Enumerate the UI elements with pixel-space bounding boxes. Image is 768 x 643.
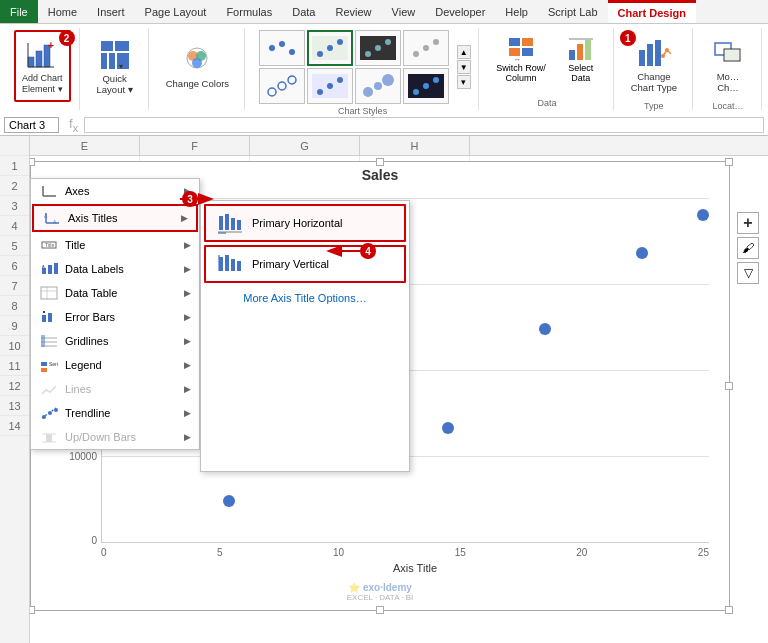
ace-item-axes[interactable]: Axes ▶: [31, 179, 199, 203]
ace-item-title[interactable]: Title Title ▶: [31, 233, 199, 257]
tab-data[interactable]: Data: [282, 0, 325, 23]
switch-row-column-button[interactable]: ↔ Switch Row/Column: [489, 30, 553, 90]
handle-bl[interactable]: [30, 606, 35, 614]
tab-help[interactable]: Help: [495, 0, 538, 23]
change-chart-type-icon: [636, 35, 672, 71]
tab-home[interactable]: Home: [38, 0, 87, 23]
chart-style-1[interactable]: [259, 30, 305, 66]
formula-bar-input[interactable]: [84, 117, 764, 133]
handle-br[interactable]: [725, 606, 733, 614]
move-chart-button[interactable]: Mo…Ch…: [703, 30, 753, 99]
svg-point-89: [54, 408, 58, 412]
ace-dropdown: Axes ▶ AA Axis Titles ▶ Title: [30, 178, 200, 450]
tab-formulas[interactable]: Formulas: [216, 0, 282, 23]
y-tick-0: 0: [91, 535, 97, 546]
svg-point-30: [268, 88, 276, 96]
handle-bm[interactable]: [376, 606, 384, 614]
svg-rect-101: [231, 259, 235, 271]
svg-point-31: [278, 82, 286, 90]
chart-style-2[interactable]: [307, 30, 353, 66]
row-13: 13: [0, 396, 29, 416]
ace-item-data-labels[interactable]: A Data Labels ▶: [31, 257, 199, 281]
handle-tm[interactable]: [376, 158, 384, 166]
add-chart-element-label: Add ChartElement ▾: [22, 73, 63, 95]
svg-point-88: [48, 411, 52, 415]
col-header-e: E: [30, 136, 140, 155]
svg-point-15: [192, 58, 202, 68]
tab-insert[interactable]: Insert: [87, 0, 135, 23]
axis-titles-icon: AA: [42, 210, 62, 226]
chart-styles-scroll-up[interactable]: ▲: [457, 45, 471, 59]
ace-item-trendline[interactable]: Trendline ▶: [31, 401, 199, 425]
tab-script-lab[interactable]: Script Lab: [538, 0, 608, 23]
y-tick-10000: 10000: [69, 451, 97, 462]
chart-style-5[interactable]: [259, 68, 305, 104]
ace-item-error-bars[interactable]: Error Bars ▶: [31, 305, 199, 329]
chart-styles-btn[interactable]: 🖌: [737, 237, 759, 259]
svg-rect-55: [655, 40, 661, 66]
name-box[interactable]: [4, 117, 59, 133]
quick-layout-button[interactable]: ▾ QuickLayout ▾: [90, 30, 140, 102]
chart-style-3[interactable]: [355, 30, 401, 66]
ace-item-data-table[interactable]: Data Table ▶: [31, 281, 199, 305]
tab-chart-design[interactable]: Chart Design: [608, 0, 696, 23]
error-bars-icon: [39, 309, 59, 325]
svg-text:A: A: [44, 213, 48, 219]
data-point-6: [697, 209, 709, 221]
tab-view[interactable]: View: [382, 0, 426, 23]
tab-page-layout[interactable]: Page Layout: [135, 0, 217, 23]
chart-styles-scroll-down[interactable]: ▼: [457, 60, 471, 74]
svg-point-39: [382, 74, 394, 86]
add-element-btn[interactable]: +: [737, 212, 759, 234]
location-group: Mo…Ch… Locat…: [695, 28, 762, 110]
svg-point-41: [413, 89, 419, 95]
ace-item-gridlines[interactable]: Gridlines ▶: [31, 329, 199, 353]
row-4: 4: [0, 216, 29, 236]
ace-item-updown-bars[interactable]: Up/Down Bars ▶: [31, 425, 199, 449]
svg-rect-98: [218, 232, 226, 234]
select-data-button[interactable]: SelectData: [557, 30, 605, 90]
chart-style-6[interactable]: [307, 68, 353, 104]
svg-point-27: [413, 51, 419, 57]
col-header-h: H: [360, 136, 470, 155]
chart-styles-scroll-more[interactable]: ▾: [457, 75, 471, 89]
ace-item-lines[interactable]: Lines ▶: [31, 377, 199, 401]
handle-tr[interactable]: [725, 158, 733, 166]
sub-item-primary-horizontal[interactable]: Primary Horizontal: [204, 204, 406, 242]
ace-item-axis-titles[interactable]: AA Axis Titles ▶: [32, 204, 198, 232]
ace-arrow-axis-titles: ▶: [181, 213, 188, 223]
move-chart-label: Mo…Ch…: [717, 71, 740, 94]
row-12: 12: [0, 376, 29, 396]
row-7: 7: [0, 276, 29, 296]
svg-point-21: [327, 45, 333, 51]
row-9: 9: [0, 316, 29, 336]
chart-filters-btn[interactable]: ▽: [737, 262, 759, 284]
svg-rect-70: [48, 265, 52, 274]
change-colors-button[interactable]: Change Colors: [159, 30, 236, 102]
tab-file[interactable]: File: [0, 0, 38, 23]
axes-icon: [39, 183, 59, 199]
chart-style-4[interactable]: [403, 30, 449, 66]
handle-tl[interactable]: [30, 158, 35, 166]
tab-developer[interactable]: Developer: [425, 0, 495, 23]
type-label: Type: [644, 99, 664, 111]
more-axis-title-options[interactable]: More Axis Title Options…: [201, 286, 409, 310]
svg-point-26: [385, 39, 391, 45]
ace-arrow-gridlines: ▶: [184, 336, 191, 346]
data-table-icon: [39, 285, 59, 301]
svg-rect-73: [41, 287, 57, 299]
tab-review[interactable]: Review: [325, 0, 381, 23]
ace-item-legend[interactable]: Series Legend ▶: [31, 353, 199, 377]
change-chart-type-label: ChangeChart Type: [631, 71, 677, 94]
ace-arrow-lines: ▶: [184, 384, 191, 394]
svg-rect-102: [237, 261, 241, 271]
svg-rect-6: [101, 41, 113, 51]
svg-text:A: A: [42, 264, 45, 269]
axis-titles-submenu: Primary Horizontal: [200, 200, 410, 472]
legend-icon: Series: [39, 357, 59, 373]
type-group: 1 ChangeChart Type Type: [616, 28, 693, 110]
svg-point-32: [288, 76, 296, 84]
chart-style-8[interactable]: [403, 68, 449, 104]
chart-style-7[interactable]: [355, 68, 401, 104]
handle-mr[interactable]: [725, 382, 733, 390]
